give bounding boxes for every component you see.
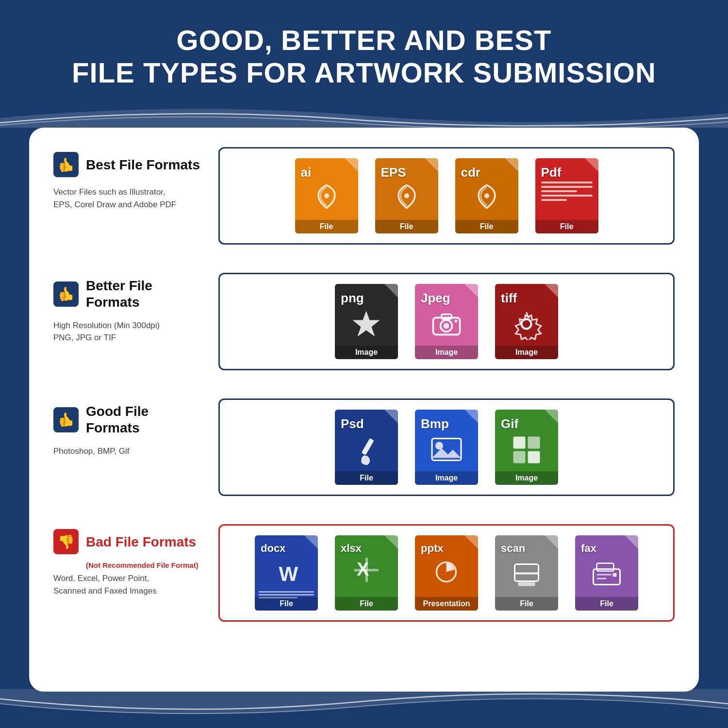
svg-rect-14 (528, 436, 540, 448)
file-card-ai: ai File (295, 158, 358, 233)
svg-point-8 (455, 319, 458, 322)
vector-icon-eps (392, 181, 421, 215)
better-section-row: 👍 Better File Formats High Resolution (M… (53, 273, 675, 370)
svg-point-2 (484, 193, 489, 198)
grid-icon (511, 434, 543, 467)
file-label-ai: File (295, 220, 358, 233)
good-thumb-wrapper: 👍 Good File Formats (53, 403, 204, 436)
svg-rect-10 (362, 438, 374, 455)
vector-icon-ai (312, 181, 341, 215)
svg-text:W: W (279, 563, 298, 585)
svg-rect-7 (442, 314, 452, 319)
svg-marker-3 (353, 311, 380, 336)
vector-icon-cdr (472, 181, 501, 215)
brush-icon (352, 436, 381, 469)
main-container: GOOD, BETTER AND BEST FILE TYPES FOR ART… (0, 0, 728, 728)
good-title: Good File Formats (86, 403, 204, 436)
file-card-xlsx: xlsx X File (335, 535, 398, 611)
best-section-row: 👍 Best File Formats Vector Files such as… (53, 147, 675, 245)
file-card-psd: Psd File (335, 410, 398, 485)
file-ext-bmp: Bmp (421, 416, 449, 431)
svg-point-9 (522, 319, 531, 329)
fold-fax (625, 535, 638, 549)
bottom-swoosh (0, 689, 728, 728)
file-ext-png: png (341, 291, 364, 306)
fold-eps (425, 158, 438, 172)
fold-png (384, 284, 398, 298)
header-title: GOOD, BETTER AND BEST FILE TYPES FOR ART… (10, 24, 718, 89)
svg-rect-26 (597, 563, 614, 571)
file-ext-jpeg: Jpeg (421, 291, 450, 306)
fold-docx (304, 535, 318, 549)
pdf-lines (541, 182, 593, 201)
file-label-bmp: Image (415, 471, 478, 485)
file-card-pdf: Pdf File (535, 158, 598, 233)
header-swoosh (0, 99, 728, 128)
header: GOOD, BETTER AND BEST FILE TYPES FOR ART… (0, 0, 728, 103)
svg-rect-29 (613, 573, 617, 577)
thumbs-up-icon-better: 👍 (58, 286, 75, 302)
fold-cdr (505, 158, 518, 172)
thumbs-down-icon: 👎 (58, 534, 75, 550)
svg-point-1 (404, 193, 409, 198)
ppt-icon (433, 559, 460, 587)
file-card-docx: docx W File (255, 535, 318, 611)
svg-point-6 (444, 323, 449, 329)
word-icon: W (273, 562, 300, 593)
svg-rect-13 (513, 436, 526, 448)
file-icon-bmp: Bmp Image (413, 410, 480, 485)
file-label-cdr: File (455, 220, 518, 233)
bad-files: docx W File (218, 524, 675, 622)
good-desc: Photoshop, BMP, Gif (53, 445, 130, 458)
bad-desc: Word, Excel, Power Point,Scanned and Fax… (53, 572, 157, 597)
file-icon-docx: docx W File (252, 535, 320, 611)
file-icon-eps: EPS File (373, 158, 441, 233)
file-ext-gif: Gif (501, 416, 518, 431)
bad-subtitle: (Not Recommended File Format) (86, 561, 199, 569)
bad-thumb-wrapper: 👎 Bad File Formats (53, 529, 196, 554)
good-section-row: 👍 Good File Formats Photoshop, BMP, Gif … (53, 398, 675, 496)
best-thumb-wrapper: 👍 Best File Formats (53, 152, 200, 177)
file-card-cdr: cdr File (455, 158, 518, 233)
good-files: Psd File (218, 398, 675, 496)
excel-icon: X (352, 555, 381, 586)
fax-icon (591, 559, 623, 590)
svg-rect-24 (518, 582, 535, 586)
file-ext-tiff: tiff (501, 291, 517, 306)
better-files: png Image Jpeg (218, 273, 675, 370)
file-label-scan: File (495, 597, 558, 611)
scan-icon (511, 562, 543, 590)
best-desc: Vector Files such as Illustrator,EPS, Co… (53, 186, 176, 211)
best-title: Best File Formats (86, 157, 200, 173)
fold-tiff (545, 284, 558, 298)
bad-section-row: 👎 Bad File Formats (Not Recommended File… (53, 524, 675, 622)
file-icon-cdr: cdr File (453, 158, 521, 233)
fold-pptx (464, 535, 478, 549)
file-label-eps: File (375, 220, 438, 233)
file-icon-pdf: Pdf File (533, 158, 601, 233)
file-label-gif: Image (495, 471, 558, 485)
best-files: ai File (218, 147, 675, 245)
fold-psd (384, 410, 398, 423)
white-card: 👍 Best File Formats Vector Files such as… (29, 128, 699, 692)
better-desc: High Resolution (Min 300dpi)PNG, JPG or … (53, 319, 160, 344)
svg-rect-15 (513, 451, 526, 463)
file-card-png: png Image (335, 284, 398, 359)
file-ext-cdr: cdr (461, 165, 480, 180)
file-icon-ai: ai File (293, 158, 361, 233)
fold-scan (545, 535, 558, 549)
gear-icon (511, 308, 543, 342)
better-label: 👍 Better File Formats High Resolution (M… (53, 273, 218, 370)
svg-rect-27 (597, 574, 612, 575)
file-ext-docx: docx (261, 542, 285, 555)
file-icon-scan: scan File (493, 535, 561, 611)
file-label-pptx: Presentation (415, 597, 478, 611)
file-icon-tiff: tiff Image (493, 284, 561, 359)
file-card-bmp: Bmp Image (415, 410, 478, 485)
file-icon-pptx: pptx Presentation (413, 535, 480, 611)
file-label-jpeg: Image (415, 346, 478, 359)
file-ext-xlsx: xlsx (341, 542, 362, 555)
file-card-gif: Gif Image (495, 410, 558, 485)
bad-title: Bad File Formats (86, 534, 196, 550)
file-label-pdf: File (535, 220, 598, 233)
